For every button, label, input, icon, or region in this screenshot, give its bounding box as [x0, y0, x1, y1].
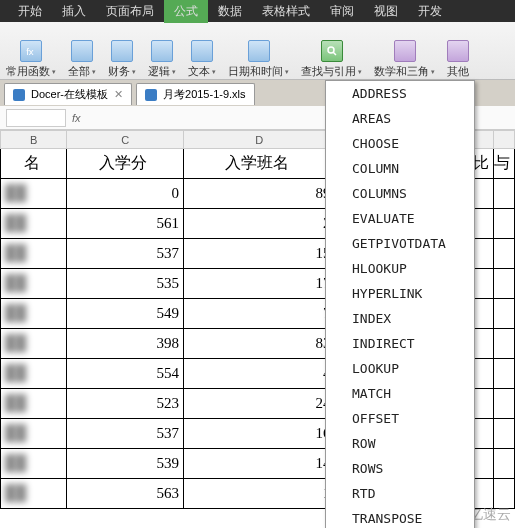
dropdown-item-lookup[interactable]: LOOKUP [326, 356, 474, 381]
cell[interactable] [473, 299, 494, 329]
col-head[interactable]: B [1, 131, 67, 149]
cell[interactable] [494, 329, 515, 359]
menu-insert[interactable]: 插入 [52, 0, 96, 23]
cell[interactable] [473, 449, 494, 479]
dropdown-item-rows[interactable]: ROWS [326, 456, 474, 481]
ribbon-datetime[interactable]: 日期和时间▾ [222, 26, 295, 79]
cell[interactable]: 535 [67, 269, 183, 299]
menu-view[interactable]: 视图 [364, 0, 408, 23]
ribbon-logical[interactable]: 逻辑▾ [142, 26, 182, 79]
cell[interactable]: 24 [183, 389, 335, 419]
dropdown-item-transpose[interactable]: TRANSPOSE [326, 506, 474, 528]
dropdown-item-column[interactable]: COLUMN [326, 156, 474, 181]
dropdown-item-areas[interactable]: AREAS [326, 106, 474, 131]
cell[interactable]: 83 [183, 329, 335, 359]
cell[interactable]: ██ [1, 449, 67, 479]
dropdown-item-indirect[interactable]: INDIRECT [326, 331, 474, 356]
menu-review[interactable]: 审阅 [320, 0, 364, 23]
cell[interactable] [494, 389, 515, 419]
cell[interactable] [473, 209, 494, 239]
cell[interactable] [494, 479, 515, 509]
cell[interactable]: ██ [1, 209, 67, 239]
dropdown-item-evaluate[interactable]: EVALUATE [326, 206, 474, 231]
cell[interactable] [473, 419, 494, 449]
cell[interactable]: ██ [1, 329, 67, 359]
fx-icon[interactable]: fx [72, 112, 81, 124]
cell[interactable]: 7 [183, 299, 335, 329]
cell[interactable] [494, 359, 515, 389]
dropdown-item-address[interactable]: ADDRESS [326, 81, 474, 106]
cell[interactable]: 0 [67, 179, 183, 209]
cell[interactable]: 549 [67, 299, 183, 329]
dropdown-item-columns[interactable]: COLUMNS [326, 181, 474, 206]
cell[interactable]: 523 [67, 389, 183, 419]
col-head[interactable]: C [67, 131, 183, 149]
cell[interactable]: 398 [67, 329, 183, 359]
dropdown-item-offset[interactable]: OFFSET [326, 406, 474, 431]
cell[interactable]: 16 [183, 419, 335, 449]
cell[interactable]: ██ [1, 179, 67, 209]
cell[interactable] [494, 299, 515, 329]
cell[interactable] [473, 179, 494, 209]
cell[interactable]: 89 [183, 179, 335, 209]
dropdown-item-hyperlink[interactable]: HYPERLINK [326, 281, 474, 306]
ribbon-math-trig[interactable]: 数学和三角▾ [368, 26, 441, 79]
cell[interactable]: 14 [183, 449, 335, 479]
menu-start[interactable]: 开始 [8, 0, 52, 23]
ribbon-other[interactable]: 其他 [441, 26, 475, 79]
cell[interactable]: ██ [1, 359, 67, 389]
cell[interactable] [473, 359, 494, 389]
cell[interactable] [494, 209, 515, 239]
cell[interactable]: 554 [67, 359, 183, 389]
dropdown-item-index[interactable]: INDEX [326, 306, 474, 331]
dropdown-item-getpivotdata[interactable]: GETPIVOTDATA [326, 231, 474, 256]
dropdown-item-row[interactable]: ROW [326, 431, 474, 456]
cell[interactable]: 537 [67, 419, 183, 449]
col-head[interactable]: D [183, 131, 335, 149]
menu-formula[interactable]: 公式 [164, 0, 208, 23]
cell[interactable]: 名 [1, 149, 67, 179]
cell[interactable] [494, 449, 515, 479]
cell[interactable]: 2 [183, 209, 335, 239]
cell[interactable] [473, 389, 494, 419]
ribbon-common-functions[interactable]: fx 常用函数▾ [0, 26, 62, 79]
cell[interactable]: 539 [67, 449, 183, 479]
cell[interactable] [473, 479, 494, 509]
dropdown-item-hlookup[interactable]: HLOOKUP [326, 256, 474, 281]
menu-dev[interactable]: 开发 [408, 0, 452, 23]
ribbon-all[interactable]: 全部▾ [62, 26, 102, 79]
dropdown-item-choose[interactable]: CHOOSE [326, 131, 474, 156]
dropdown-item-match[interactable]: MATCH [326, 381, 474, 406]
cell[interactable]: 537 [67, 239, 183, 269]
ribbon-financial[interactable]: 财务▾ [102, 26, 142, 79]
cell[interactable]: 比 [473, 149, 494, 179]
cell[interactable]: ██ [1, 389, 67, 419]
cell[interactable]: 入学分 [67, 149, 183, 179]
ribbon-text[interactable]: 文本▾ [182, 26, 222, 79]
doc-tab-exam[interactable]: 月考2015-1-9.xls [136, 83, 255, 105]
cell[interactable] [494, 179, 515, 209]
cell[interactable]: 561 [67, 209, 183, 239]
dropdown-item-rtd[interactable]: RTD [326, 481, 474, 506]
doc-tab-docer[interactable]: Docer-在线模板 ✕ [4, 83, 132, 105]
cell[interactable] [494, 269, 515, 299]
cell[interactable]: 563 [67, 479, 183, 509]
cell[interactable]: 与 [494, 149, 515, 179]
menu-data[interactable]: 数据 [208, 0, 252, 23]
close-icon[interactable]: ✕ [114, 88, 123, 101]
cell[interactable]: 17 [183, 269, 335, 299]
cell[interactable]: 入学班名 [183, 149, 335, 179]
cell[interactable]: 1 [183, 479, 335, 509]
cell[interactable] [494, 419, 515, 449]
cell[interactable]: ██ [1, 239, 67, 269]
cell[interactable] [473, 329, 494, 359]
cell[interactable]: ██ [1, 479, 67, 509]
cell[interactable] [473, 239, 494, 269]
menu-pagelayout[interactable]: 页面布局 [96, 0, 164, 23]
cell[interactable] [473, 269, 494, 299]
menu-tablestyle[interactable]: 表格样式 [252, 0, 320, 23]
ribbon-lookup-reference[interactable]: 查找与引用▾ [295, 26, 368, 79]
cell[interactable]: ██ [1, 269, 67, 299]
cell[interactable]: 15 [183, 239, 335, 269]
name-box[interactable] [6, 109, 66, 127]
